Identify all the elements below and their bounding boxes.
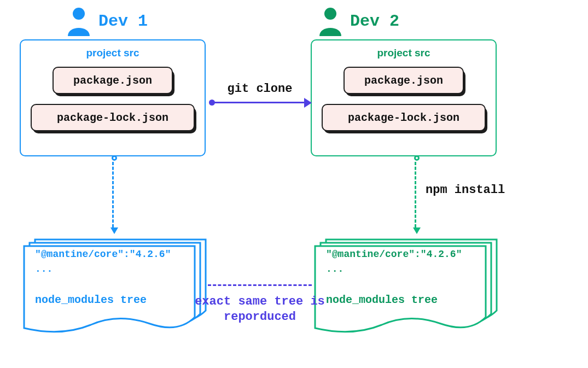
dev2-project-box: project src package.json package-lock.js… (311, 39, 497, 156)
file-label: package-lock.json (57, 112, 168, 124)
dev2-node-modules-sheet: "@mantine/core":"4.2.6" ... node_modules… (311, 235, 497, 334)
person-icon (66, 7, 92, 36)
svg-point-0 (73, 8, 85, 20)
file-pill-package-lock-json: package-lock.json (31, 104, 195, 131)
sheet-text: "@mantine/core":"4.2.6" ... node_modules… (35, 247, 195, 308)
project-src-label: project src (31, 47, 195, 59)
git-clone-arrow: git clone (208, 82, 312, 107)
svg-point-1 (324, 8, 336, 20)
dependency-line: "@mantine/core":"4.2.6" (35, 247, 195, 262)
dev1-label: Dev 1 (98, 12, 148, 31)
tree-label: node_modules tree (326, 292, 486, 308)
dev1-project-box: project src package.json package-lock.js… (20, 39, 206, 156)
file-pill-package-json: package.json (53, 67, 173, 94)
git-clone-label: git clone (208, 82, 312, 96)
file-label: package-lock.json (348, 112, 459, 124)
npm-install-label: npm install (426, 183, 505, 197)
sheet-text: "@mantine/core":"4.2.6" ... node_modules… (326, 247, 486, 308)
dev2-down-connector (415, 162, 416, 227)
dev1-header: Dev 1 (66, 7, 148, 36)
dev1-node-modules-sheet: "@mantine/core":"4.2.6" ... node_modules… (20, 235, 206, 334)
same-tree-dash (208, 284, 312, 286)
person-icon (317, 7, 344, 36)
ellipsis: ... (326, 262, 486, 277)
project-src-label: project src (322, 47, 486, 59)
file-label: package.json (73, 74, 152, 87)
dependency-line: "@mantine/core":"4.2.6" (326, 247, 486, 262)
file-pill-package-json: package.json (344, 67, 464, 94)
diagram-root: Dev 1 Dev 2 project src package.json pac… (0, 0, 588, 368)
dev1-down-connector (112, 162, 114, 227)
dev2-header: Dev 2 (317, 7, 399, 36)
tree-label: node_modules tree (35, 292, 195, 308)
same-tree-caption: exact same tree is reporduced (191, 294, 328, 324)
dev2-label: Dev 2 (350, 12, 399, 31)
arrow-icon (208, 99, 312, 107)
file-pill-package-lock-json: package-lock.json (322, 104, 486, 131)
file-label: package.json (364, 74, 443, 87)
ellipsis: ... (35, 262, 195, 277)
